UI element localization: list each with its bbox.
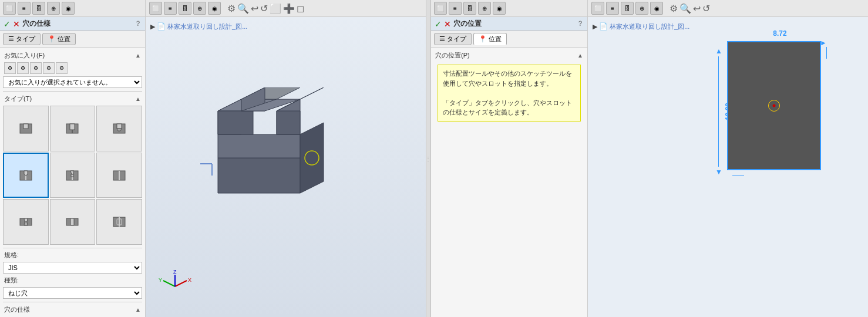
left-panel-title: 穴の仕様 [22, 19, 51, 29]
vl-toolbar-5[interactable]: ◉ [208, 2, 221, 15]
vr-toolbar-2[interactable]: ≡ [606, 2, 619, 15]
spec-row: 規格: [3, 250, 142, 260]
toolbar-icon-3[interactable]: 🗄 [32, 2, 45, 15]
type-btn-6[interactable] [3, 199, 49, 245]
svg-marker-28 [218, 134, 300, 158]
info-text-1: 寸法配置ツールやその他のスケッチツールを使用して穴やスロットを指定します。 [443, 69, 576, 88]
position-section-header[interactable]: 穴の位置(P) ▲ [434, 50, 584, 61]
vr-toolbar-1[interactable]: ⬜ [591, 2, 604, 15]
svg-marker-20 [24, 222, 28, 225]
type-btn-5[interactable] [96, 153, 142, 198]
vl-toolbar-1[interactable]: ⬜ [149, 2, 162, 15]
fav-icon-1[interactable]: ⚙ [4, 62, 16, 74]
left-panel-title-bar: ✓ ✕ 穴の仕様 ？ [0, 17, 145, 31]
favorites-section-header[interactable]: お気に入り(F) ▲ [3, 50, 142, 61]
toolbar-icon-1[interactable]: ⬜ [3, 2, 16, 15]
vl-toolbar-4[interactable]: ⊕ [193, 2, 206, 15]
middle-tab-row: ☰ タイプ 📍 位置 [431, 31, 587, 48]
favorites-icon-row: ⚙ ⚙ ⚙ ⚙ ⚙ [3, 61, 142, 75]
2d-circle-hole [768, 100, 780, 112]
subtype-label: 種類: [4, 276, 33, 285]
toolbar-icon-4[interactable]: ⊕ [47, 2, 60, 15]
3d-shape [183, 87, 371, 230]
fav-icon-3[interactable]: ⚙ [30, 62, 42, 74]
type-btn-0[interactable] [3, 106, 49, 151]
viewport-right: ⬜ ≡ 🗄 ⊕ ◉ ⚙ 🔍 ↩ ↺ ▶ 📄 林家水道取り回し設計_図... 8.… [588, 0, 868, 317]
vl-toolbar-2[interactable]: ≡ [164, 2, 177, 15]
tab-type-middle[interactable]: ☰ タイプ [434, 33, 472, 45]
pin-icon-left[interactable]: ？ [134, 19, 142, 29]
tab-position-icon-m: 📍 [479, 35, 487, 43]
viewport-right-icons-right: ⚙ 🔍 ↩ ↺ [669, 3, 710, 14]
type-section-label: タイプ(T) [4, 95, 32, 103]
subtype-dropdown[interactable]: ねじ穴 [3, 287, 142, 299]
viewport-left: ⬜ ≡ 🗄 ⊕ ◉ ⚙ 🔍 ↩ ↺ ⬜ ➕ ◻ ▶ 📄 林家水道取り回し設計_図… [146, 0, 426, 317]
favorites-label: お気に入り(F) [4, 51, 45, 60]
type-chevron: ▲ [135, 96, 141, 102]
mt-toolbar-2[interactable]: ≡ [449, 2, 462, 15]
mt-toolbar-3[interactable]: 🗄 [463, 2, 476, 15]
svg-marker-7 [117, 129, 122, 131]
fav-icon-2[interactable]: ⚙ [17, 62, 29, 74]
middle-panel-body: 穴の位置(P) ▲ 寸法配置ツールやその他のスケッチツールを使用して穴やスロット… [431, 48, 587, 317]
spec-dropdown[interactable]: JIS [3, 262, 142, 274]
svg-marker-27 [218, 158, 300, 193]
svg-line-45 [163, 281, 175, 286]
type-btn-7[interactable] [50, 199, 96, 245]
breadcrumb-right: ▶ 📄 林家水道取り回し設計_図... [593, 22, 689, 31]
breadcrumb-right-text: 📄 林家水道取り回し設計_図... [599, 22, 689, 31]
svg-marker-32 [218, 111, 253, 134]
fav-icon-5[interactable]: ⚙ [56, 62, 68, 74]
pin-icon-middle[interactable]: ？ [577, 19, 584, 29]
left-panel: ⬜ ≡ 🗄 ⊕ ◉ ✓ ✕ 穴の仕様 ？ ☰ タイプ 📍 位置 お気に入り(F)… [0, 0, 146, 317]
favorites-dropdown[interactable]: お気に入りが選択されていません。 [3, 76, 142, 88]
svg-text:Y: Y [159, 277, 162, 283]
tab-type-left[interactable]: ☰ タイプ [3, 33, 41, 45]
toolbar-icon-2[interactable]: ≡ [18, 2, 31, 15]
hole-spec-section-header[interactable]: 穴の仕様 ▲ [3, 304, 142, 315]
vl-toolbar-3[interactable]: 🗄 [179, 2, 191, 15]
x-button-left[interactable]: ✕ [13, 19, 20, 29]
svg-rect-1 [23, 124, 28, 129]
middle-toolbar: ⬜ ≡ 🗄 ⊕ ◉ [431, 0, 587, 17]
left-toolbar: ⬜ ≡ 🗄 ⊕ ◉ [0, 0, 145, 17]
vr-toolbar-4[interactable]: ⊕ [635, 2, 648, 15]
svg-rect-3 [70, 124, 75, 130]
axes-indicator: X Y Z [157, 269, 193, 305]
x-button-middle[interactable]: ✕ [444, 19, 451, 29]
mt-toolbar-1[interactable]: ⬜ [434, 2, 447, 15]
toolbar-icon-5[interactable]: ◉ [62, 2, 75, 15]
type-btn-1[interactable] [50, 106, 96, 151]
svg-rect-14 [71, 174, 73, 177]
2d-shape-container: 8.72 ◄ ► ▲ ▼ 10.00 [698, 29, 850, 194]
fav-icon-4[interactable]: ⚙ [43, 62, 55, 74]
check-button-middle[interactable]: ✓ [435, 19, 442, 29]
vr-toolbar-5[interactable]: ◉ [650, 2, 663, 15]
check-button-left[interactable]: ✓ [4, 19, 11, 29]
svg-rect-6 [117, 124, 122, 129]
vr-toolbar-3[interactable]: 🗄 [621, 2, 634, 15]
panel-splitter[interactable]: ⋮ [426, 0, 430, 317]
mt-toolbar-4[interactable]: ⊕ [478, 2, 491, 15]
center-dot [773, 104, 776, 107]
tab-type-icon-m: ☰ [439, 35, 445, 43]
viewport-left-icons-right: ⚙ 🔍 ↩ ↺ ⬜ ➕ ◻ [227, 3, 304, 14]
middle-panel-title-bar: ✓ ✕ 穴の位置 ？ [431, 17, 587, 31]
middle-panel: ⬜ ≡ 🗄 ⊕ ◉ ✓ ✕ 穴の位置 ？ ☰ タイプ 📍 位置 穴の位置(P) … [430, 0, 588, 317]
type-btn-8[interactable] [96, 199, 142, 245]
tab-position-middle[interactable]: 📍 位置 [473, 33, 507, 45]
type-section-header[interactable]: タイプ(T) ▲ [3, 93, 142, 104]
type-btn-4[interactable] [50, 153, 96, 198]
tab-position-left[interactable]: 📍 位置 [42, 33, 76, 45]
hole-spec-label: 穴の仕様 [4, 305, 30, 314]
viewport-right-toolbar: ⬜ ≡ 🗄 ⊕ ◉ ⚙ 🔍 ↩ ↺ [588, 0, 868, 17]
svg-text:X: X [188, 277, 191, 283]
tab-type-icon: ☰ [8, 35, 14, 43]
dim-arrow-bottom: ▼ [715, 168, 722, 176]
type-btn-2[interactable] [96, 106, 142, 151]
type-btn-3[interactable] [3, 153, 49, 198]
info-box: 寸法配置ツールやその他のスケッチツールを使用して穴やスロットを指定します。 「タ… [438, 65, 581, 122]
mt-toolbar-5[interactable]: ◉ [493, 2, 506, 15]
svg-line-43 [175, 281, 187, 286]
subtype-row: 種類: [3, 275, 142, 285]
